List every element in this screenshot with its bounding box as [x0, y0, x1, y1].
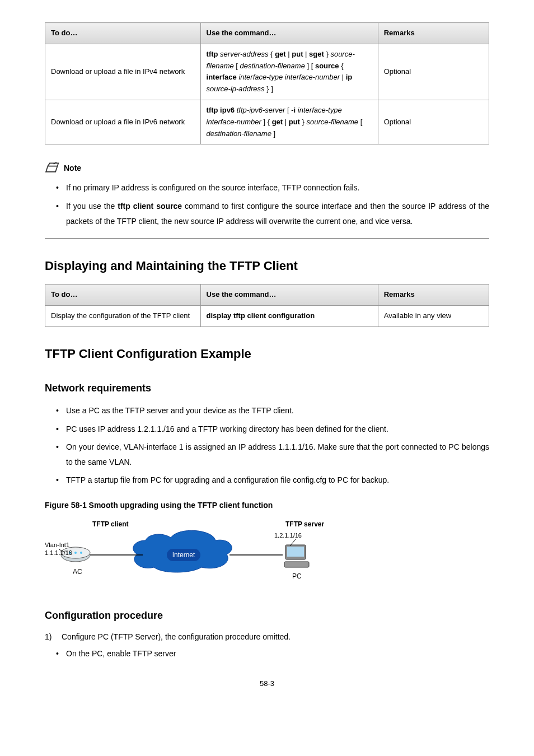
ip2-label: 1.2.1.1/16: [274, 532, 302, 539]
internet-label: Internet: [172, 551, 195, 559]
figure-caption: Figure 58-1 Smooth upgrading using the T…: [45, 499, 489, 511]
row-remark: Optional: [378, 44, 489, 100]
table1-header-cmd: Use the command…: [200, 23, 378, 44]
table-row: Download or upload a file in IPv4 networ…: [45, 44, 489, 100]
list-item: TFTP a startup file from PC for upgradin…: [45, 473, 489, 488]
heading-netreq: Network requirements: [45, 380, 489, 396]
note-icon: [45, 161, 60, 175]
cfg-bullet-1: On the PC, enable TFTP server: [45, 646, 489, 661]
svg-point-7: [80, 552, 82, 554]
heading-cfgproc: Configuration procedure: [45, 608, 489, 624]
ip1-label: 1.1.1.1/16: [45, 549, 72, 556]
network-diagram: Internet TFTP client TFTP server Vlan-In…: [45, 518, 336, 591]
vlan-label: Vlan-Int1: [45, 542, 69, 548]
cfg-steps: 1)Configure PC (TFTP Server), the config…: [45, 631, 489, 643]
row-remark: Optional: [378, 100, 489, 144]
config-table-1: To do… Use the command… Remarks Download…: [45, 22, 489, 144]
cfg-step-1: 1)Configure PC (TFTP Server), the config…: [45, 631, 489, 643]
list-item: PC uses IP address 1.2.1.1./16 and a TFT…: [45, 422, 489, 437]
table1-header-remarks: Remarks: [378, 23, 489, 44]
table2-cmd: display tftp client configuration: [200, 306, 378, 327]
table-row: Download or upload a file in IPv6 networ…: [45, 100, 489, 144]
row-desc: Download or upload a file in IPv6 networ…: [45, 100, 201, 144]
row-desc: Download or upload a file in IPv4 networ…: [45, 44, 201, 100]
tftp-client-label: TFTP client: [92, 520, 128, 528]
divider: [45, 239, 489, 239]
page-number: 58-3: [45, 678, 489, 690]
config-table-2: To do… Use the command… Remarks Display …: [45, 284, 489, 327]
note-item-1: If no primary IP address is configured o…: [45, 180, 489, 195]
tftp-server-label: TFTP server: [285, 520, 324, 528]
svg-point-6: [74, 552, 77, 554]
heading-display: Displaying and Maintaining the TFTP Clie…: [45, 256, 489, 276]
netreq-list: Use a PC as the TFTP server and your dev…: [45, 403, 489, 488]
note-list: If no primary IP address is configured o…: [45, 180, 489, 228]
ac-label: AC: [73, 568, 82, 576]
table-row: Display the configuration of the TFTP cl…: [45, 306, 489, 327]
table2-header-remarks: Remarks: [378, 284, 489, 306]
note-header: Note: [45, 161, 489, 175]
svg-rect-9: [287, 547, 304, 557]
svg-rect-10: [284, 562, 309, 567]
table1-header-todo: To do…: [45, 23, 201, 44]
table2-header-cmd: Use the command…: [200, 284, 378, 306]
pc-label: PC: [292, 572, 302, 580]
note-label: Note: [64, 162, 81, 174]
note-item-2: If you use the tftp client source comman…: [45, 199, 489, 228]
table2-header-todo: To do…: [45, 284, 201, 306]
table2-desc: Display the configuration of the TFTP cl…: [45, 306, 201, 327]
row-cmd: tftp server-address { get | put | sget }…: [200, 44, 378, 100]
row-cmd: tftp ipv6 tftp-ipv6-server [ -i interfac…: [200, 100, 378, 144]
cfg-sublist: On the PC, enable TFTP server: [45, 646, 489, 661]
list-item: Use a PC as the TFTP server and your dev…: [45, 403, 489, 418]
heading-example: TFTP Client Configuration Example: [45, 344, 489, 363]
list-item: On your device, VLAN-interface 1 is assi…: [45, 440, 489, 469]
table2-remark: Available in any view: [378, 306, 489, 327]
